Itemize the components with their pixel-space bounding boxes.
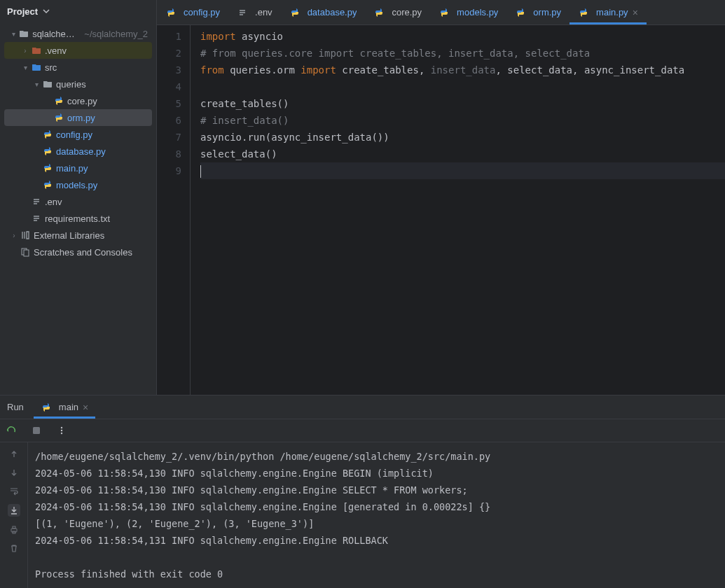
tree-row-label: requirements.txt xyxy=(45,214,110,224)
py-icon xyxy=(53,95,64,106)
folder-icon xyxy=(42,78,53,90)
trash-icon[interactable] xyxy=(9,543,19,553)
code-line[interactable]: # insert_data() xyxy=(200,112,725,129)
tree-row-label: models.py xyxy=(56,180,97,190)
tree-row[interactable]: ▾src xyxy=(4,59,152,76)
twistie-icon[interactable]: ▾ xyxy=(8,30,18,38)
py-icon xyxy=(373,7,385,18)
py-icon xyxy=(289,7,301,18)
project-panel: Project ▾sqlalchemy_2~/sqlalchemy_2›.ven… xyxy=(0,0,157,395)
folder-root-icon xyxy=(18,28,29,39)
twistie-icon[interactable]: › xyxy=(8,232,20,239)
editor-tab[interactable]: models.py xyxy=(430,0,506,24)
project-tree[interactable]: ▾sqlalchemy_2~/sqlalchemy_2›.venv▾src▾qu… xyxy=(0,22,156,395)
code-line[interactable]: import asyncio xyxy=(200,28,725,45)
run-console[interactable]: /home/eugene/sqlalchemy_2/.venv/bin/pyth… xyxy=(28,442,725,588)
up-icon[interactable] xyxy=(9,449,19,459)
tree-row[interactable]: main.py xyxy=(4,160,152,176)
run-panel-tabs: Run main × xyxy=(0,396,725,419)
code-line[interactable]: from queries.orm import create_tables, i… xyxy=(200,62,725,78)
tree-row[interactable]: database.py xyxy=(4,143,152,160)
tree-row[interactable]: ▾queries xyxy=(4,76,152,92)
editor-tab[interactable]: .env xyxy=(228,0,281,24)
project-panel-header[interactable]: Project xyxy=(0,0,156,22)
twistie-icon[interactable]: ▾ xyxy=(31,80,42,88)
editor-tabs[interactable]: config.py.envdatabase.pycore.pymodels.py… xyxy=(157,0,725,25)
tree-row-label: src xyxy=(45,62,57,73)
twistie-icon[interactable]: ▾ xyxy=(20,64,31,71)
editor-gutter: 123456789 xyxy=(157,25,191,395)
run-config-tab[interactable]: main × xyxy=(34,396,95,419)
scroll-to-end-icon[interactable] xyxy=(8,504,20,517)
line-number: 2 xyxy=(157,45,181,62)
py-icon xyxy=(578,7,589,18)
run-gutter xyxy=(0,442,28,588)
editor-tab[interactable]: database.py xyxy=(281,0,366,24)
code-line[interactable]: asyncio.run(async_insert_data()) xyxy=(200,129,725,146)
editor-tab[interactable]: config.py xyxy=(157,0,228,24)
editor-code[interactable]: import asyncio# from queries.core import… xyxy=(191,25,725,395)
py-icon xyxy=(165,7,177,18)
tree-row[interactable]: core.py xyxy=(4,92,152,109)
line-number: 8 xyxy=(157,146,181,162)
twistie-icon[interactable]: › xyxy=(20,47,31,55)
line-number: 1 xyxy=(157,28,181,45)
code-line[interactable]: create_tables() xyxy=(200,95,725,112)
down-icon[interactable] xyxy=(9,468,19,477)
tree-row-hint: ~/sqlalchemy_2 xyxy=(84,29,148,39)
rerun-icon[interactable] xyxy=(6,425,17,436)
tree-row[interactable]: ▾sqlalchemy_2~/sqlalchemy_2 xyxy=(4,25,152,42)
scratch-icon xyxy=(20,246,31,258)
folder-excl-icon xyxy=(31,45,42,56)
tree-row[interactable]: ›.venv xyxy=(4,42,152,59)
soft-wrap-icon[interactable] xyxy=(9,486,19,496)
tree-row-label: main.py xyxy=(56,163,88,174)
text-icon xyxy=(31,213,42,224)
tree-row[interactable]: config.py xyxy=(4,126,152,143)
line-number: 7 xyxy=(157,129,181,146)
tree-row-label: .env xyxy=(45,197,62,207)
editor-tab[interactable]: core.py xyxy=(365,0,430,24)
folder-blue-icon xyxy=(31,62,42,73)
tree-row[interactable]: Scratches and Consoles xyxy=(4,244,152,260)
tree-row[interactable]: .env xyxy=(4,193,152,210)
close-icon[interactable]: × xyxy=(83,402,88,412)
code-line[interactable]: # from queries.core import create_tables… xyxy=(200,45,725,62)
tree-row[interactable]: models.py xyxy=(4,176,152,193)
tree-row-label: queries xyxy=(56,79,86,90)
svg-point-5 xyxy=(61,433,62,434)
line-number: 5 xyxy=(157,95,181,112)
code-line[interactable]: select_data() xyxy=(200,146,725,162)
py-icon xyxy=(53,112,64,123)
tree-row-label: sqlalchemy_2 xyxy=(32,29,81,39)
tree-row[interactable]: orm.py xyxy=(4,109,152,126)
editor-tab-label: config.py xyxy=(184,7,220,18)
tree-row-label: Scratches and Consoles xyxy=(34,247,132,258)
svg-point-4 xyxy=(61,430,62,431)
run-tool-label[interactable]: Run xyxy=(7,402,24,412)
more-icon[interactable] xyxy=(56,425,67,436)
text-icon xyxy=(237,7,248,18)
py-icon xyxy=(439,7,450,18)
run-panel: Run main × /home/eugene/sqlalchemy_2 xyxy=(0,395,725,588)
close-icon[interactable]: × xyxy=(633,8,638,18)
editor-tab-label: database.py xyxy=(308,7,357,18)
tree-row[interactable]: ›External Libraries xyxy=(4,227,152,244)
editor-tab[interactable]: orm.py xyxy=(506,0,569,24)
editor-tab-label: models.py xyxy=(457,7,498,18)
py-icon xyxy=(42,179,53,190)
code-line[interactable] xyxy=(200,162,725,179)
chevron-down-icon xyxy=(41,6,52,17)
editor-tab[interactable]: main.py× xyxy=(569,0,647,24)
print-icon[interactable] xyxy=(9,525,19,535)
tree-row[interactable]: requirements.txt xyxy=(4,210,152,227)
line-number: 4 xyxy=(157,78,181,95)
lib-icon xyxy=(20,230,31,241)
python-icon xyxy=(41,402,52,413)
stop-icon[interactable] xyxy=(31,425,42,436)
editor-tab-label: .env xyxy=(255,7,272,18)
code-line[interactable] xyxy=(200,78,725,95)
svg-rect-2 xyxy=(33,427,40,434)
tree-row-label: External Libraries xyxy=(34,230,104,241)
editor-body[interactable]: 123456789 import asyncio# from queries.c… xyxy=(157,25,725,395)
